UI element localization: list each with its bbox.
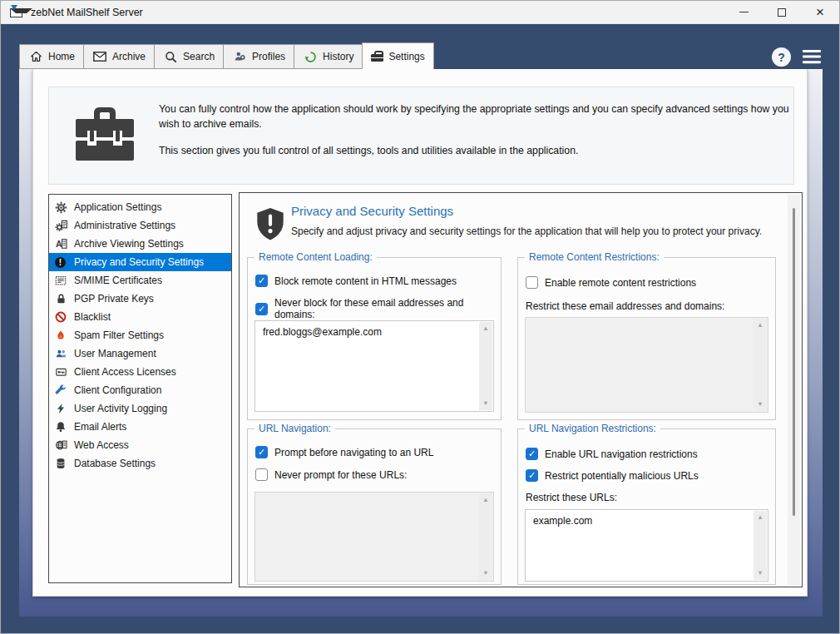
textarea-scrollbar[interactable] <box>479 322 492 410</box>
tab-label: Home <box>48 51 75 62</box>
sidebar-item-label: Client Access Licenses <box>74 366 176 378</box>
textarea-value: fred.bloggs@example.com <box>263 326 382 338</box>
checkbox-checked-icon <box>255 275 268 287</box>
scroll-up-icon[interactable] <box>754 512 767 523</box>
checkbox-prompt-before-navigating[interactable]: Prompt before navigating to an URL <box>255 446 433 458</box>
sidebar-item-label: Application Settings <box>74 201 161 213</box>
magnifier-icon <box>163 50 178 64</box>
hamburger-menu-button[interactable] <box>803 50 821 64</box>
sidebar-item-label: Email Alerts <box>74 421 126 433</box>
privacy-security-panel: Privacy and Security Settings Specify an… <box>239 192 803 587</box>
scroll-up-icon[interactable] <box>479 323 492 334</box>
group-url-navigation-restrictions: URL Navigation Restrictions: Enable URL … <box>517 428 776 585</box>
checkbox-checked-icon <box>526 469 538 482</box>
help-button[interactable] <box>772 47 791 67</box>
group-url-navigation: URL Navigation: Prompt before navigating… <box>247 428 502 585</box>
sidebar-item-archive-viewing-settings[interactable]: A Archive Viewing Settings <box>49 235 231 253</box>
sidebar-item-smime-certificates[interactable]: S/MIME Certificates <box>49 271 231 290</box>
never-prompt-urls-textarea[interactable] <box>254 492 494 582</box>
checkbox-enable-url-restrictions[interactable]: Enable URL navigation restrictions <box>526 448 698 460</box>
database-icon <box>53 457 68 471</box>
checkbox-checked-icon <box>255 303 268 315</box>
sidebar-item-label: Database Settings <box>74 458 156 469</box>
tab-history[interactable]: History <box>294 44 363 69</box>
sidebar-item-database-settings[interactable]: Database Settings <box>49 454 231 473</box>
close-button[interactable]: × <box>801 1 839 23</box>
sidebar-item-email-alerts[interactable]: Email Alerts <box>49 418 231 436</box>
tab-label: Profiles <box>252 51 285 62</box>
sidebar-item-client-configuration[interactable]: Client Configuration <box>49 381 231 399</box>
sidebar-item-client-access-licenses[interactable]: Client Access Licenses <box>49 363 231 381</box>
history-arrow-icon <box>303 50 318 64</box>
sidebar-item-web-access[interactable]: Web Access <box>49 436 231 454</box>
sidebar-item-label: Client Configuration <box>74 384 161 396</box>
panel-scrollbar-thumb[interactable] <box>793 208 795 516</box>
checkbox-restrict-malicious-urls[interactable]: Restrict potentially malicious URLs <box>526 469 699 482</box>
lightning-bolt-icon <box>53 402 68 416</box>
checkbox-enable-remote-restrictions[interactable]: Enable remote content restrictions <box>526 276 696 289</box>
sidebar-item-privacy-and-security[interactable]: Privacy and Security Settings <box>49 253 231 271</box>
panel-scrollbar[interactable] <box>788 195 800 585</box>
header-paragraph-1: You can fully control how the applicatio… <box>159 102 798 132</box>
sidebar-item-pgp-private-keys[interactable]: PGP Private Keys <box>49 290 231 308</box>
bell-icon <box>53 420 68 434</box>
sidebar-item-user-activity-logging[interactable]: User Activity Logging <box>49 399 231 418</box>
group-remote-content-restrictions: Remote Content Restrictions: Enable remo… <box>517 257 776 420</box>
maximize-button[interactable] <box>763 1 801 23</box>
tab-label: Settings <box>388 51 424 62</box>
restrict-addresses-textarea[interactable] <box>525 317 768 413</box>
tab-archive[interactable]: Archive <box>84 44 155 69</box>
page-header: You can fully control how the applicatio… <box>48 87 794 185</box>
textarea-scrollbar[interactable] <box>754 319 767 411</box>
scroll-up-icon[interactable] <box>754 319 767 331</box>
sidebar-item-blacklist[interactable]: Blacklist <box>49 308 231 326</box>
tab-settings[interactable]: Settings <box>362 42 433 69</box>
close-icon: × <box>816 5 824 19</box>
window-title: zebNet MailShelf Server <box>31 7 143 18</box>
checkbox-block-remote-content[interactable]: Block remote content in HTML messages <box>255 275 457 287</box>
two-users-icon <box>53 347 68 361</box>
textarea-scrollbar[interactable] <box>754 511 767 580</box>
scroll-down-icon[interactable] <box>479 398 492 409</box>
sidebar-item-spam-filter-settings[interactable]: Spam Filter Settings <box>49 326 231 344</box>
scroll-down-icon[interactable] <box>754 567 767 579</box>
textarea-scrollbar[interactable] <box>479 493 492 580</box>
gear-icon <box>53 201 68 215</box>
svg-text:A: A <box>55 239 62 249</box>
titlebar: zebNet MailShelf Server × <box>1 1 839 24</box>
checkbox-never-prompt-urls[interactable]: Never prompt for these URLs: <box>255 468 407 481</box>
restrict-urls-label: Restrict these URLs: <box>526 492 617 503</box>
textarea-value: example.com <box>533 515 592 527</box>
sidebar-item-user-management[interactable]: User Management <box>49 344 231 363</box>
checkbox-label: Never block for these email addresses an… <box>274 297 501 320</box>
sidebar-item-administrative-settings[interactable]: Administrative Settings <box>49 216 231 235</box>
checkbox-unchecked-icon <box>255 468 268 481</box>
gear-document-icon <box>53 219 68 233</box>
scroll-down-icon[interactable] <box>479 567 492 579</box>
checkbox-never-block-addresses[interactable]: Never block for these email addresses an… <box>255 297 501 320</box>
scroll-up-icon[interactable] <box>479 494 492 506</box>
checkbox-checked-icon <box>255 446 268 458</box>
sidebar-item-label: Privacy and Security Settings <box>74 256 204 268</box>
sidebar-item-label: Administrative Settings <box>74 220 175 231</box>
checkbox-label: Enable remote content restrictions <box>545 277 696 289</box>
group-legend: URL Navigation: <box>254 423 335 434</box>
toolbox-icon <box>71 102 139 169</box>
briefcase-icon <box>371 51 383 62</box>
tab-profiles[interactable]: Profiles <box>224 44 294 69</box>
tab-search[interactable]: Search <box>155 44 224 69</box>
never-block-addresses-textarea[interactable]: fred.bloggs@example.com <box>254 320 494 412</box>
scroll-down-icon[interactable] <box>754 399 767 410</box>
tab-home[interactable]: Home <box>19 44 84 69</box>
tab-label: History <box>323 51 353 62</box>
sidebar-item-application-settings[interactable]: Application Settings <box>49 198 231 216</box>
minimize-icon <box>739 12 749 13</box>
header-paragraph-2: This section gives you full control of a… <box>159 144 798 159</box>
maximize-icon <box>778 8 786 17</box>
restrict-urls-textarea[interactable]: example.com <box>525 509 768 582</box>
exclamation-circle-icon <box>53 255 68 270</box>
flame-icon <box>53 329 68 343</box>
minimize-button[interactable] <box>724 1 763 23</box>
shield-exclamation-icon <box>254 206 286 245</box>
tab-label: Search <box>183 51 215 62</box>
